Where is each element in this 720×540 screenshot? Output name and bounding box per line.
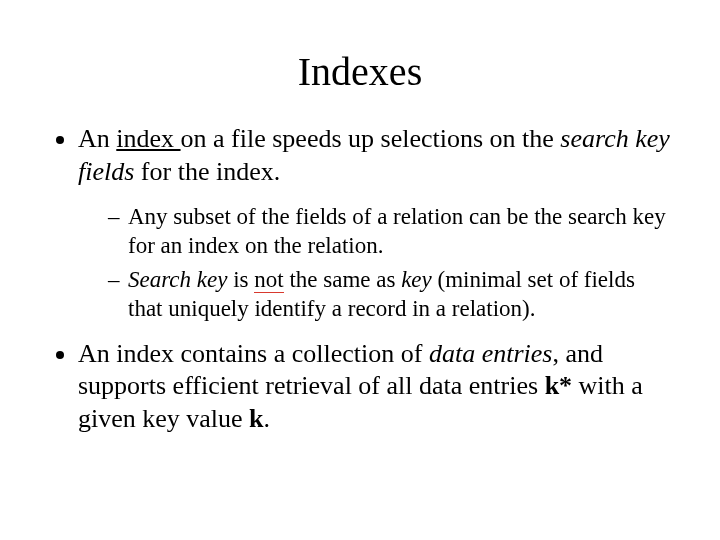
bullet-1-index: index <box>116 124 180 153</box>
bullet-2: An index contains a collection of data e… <box>78 338 672 436</box>
sub-bullet-list: Any subset of the fields of a relation c… <box>78 202 672 324</box>
sub2-text-b: the same as <box>284 267 402 292</box>
bullet-1-text-c: for the index. <box>134 157 280 186</box>
bullet-1-text-b: on a file speeds up selections on the <box>181 124 561 153</box>
bullet-2-text-a: An index contains a collection of <box>78 339 429 368</box>
bullet-2-kstar: k* <box>545 371 572 400</box>
slide: Indexes An index on a file speeds up sel… <box>0 0 720 540</box>
bullet-1: An index on a file speeds up selections … <box>78 123 672 324</box>
bullet-2-k: k <box>249 404 263 433</box>
bullet-1-text-a: An <box>78 124 116 153</box>
sub2-key: key <box>401 267 432 292</box>
sub-bullet-2: Search key is not the same as key (minim… <box>108 265 672 324</box>
bullet-2-text-d: . <box>264 404 271 433</box>
sub2-text-a: is <box>227 267 254 292</box>
top-bullet-list: An index on a file speeds up selections … <box>48 123 672 435</box>
sub2-searchkey: Search key <box>128 267 227 292</box>
slide-title: Indexes <box>48 48 672 95</box>
sub2-not: not <box>254 267 283 293</box>
sub-bullet-1: Any subset of the fields of a relation c… <box>108 202 672 261</box>
bullet-2-dataentries: data entries <box>429 339 553 368</box>
